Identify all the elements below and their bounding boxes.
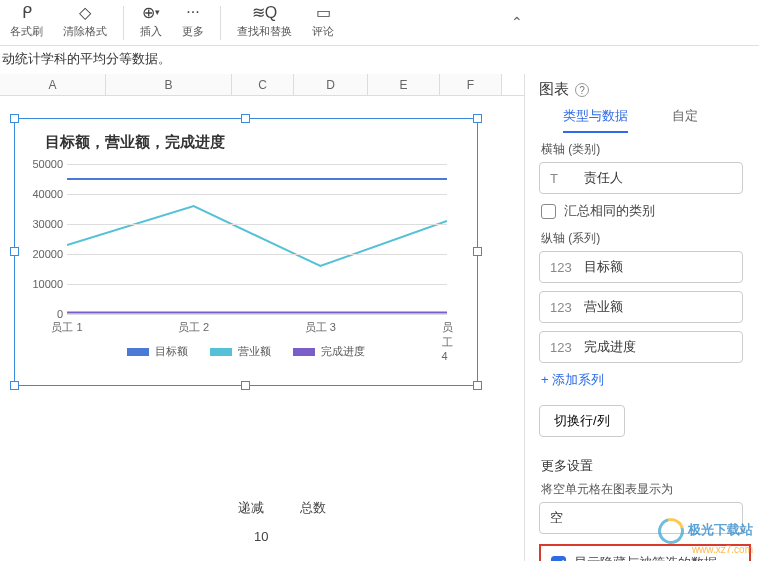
panel-title: 图表 ? <box>539 80 759 107</box>
col-header[interactable]: E <box>368 74 440 95</box>
resize-handle[interactable] <box>473 381 482 390</box>
series-field[interactable]: 123营业额 <box>539 291 743 323</box>
more-button[interactable]: ··· 更多 <box>172 2 214 39</box>
plus-circle-icon: ⊕▾ <box>142 2 160 22</box>
chart-title: 目标额，营业额，完成进度 <box>15 119 477 158</box>
show-hidden-checkbox-row[interactable]: 显示隐藏与被筛选的数据 <box>551 554 739 561</box>
resize-handle[interactable] <box>10 381 19 390</box>
cell-value: 10 <box>254 529 268 544</box>
checkbox-icon[interactable] <box>541 204 556 219</box>
legend-swatch <box>127 348 149 356</box>
panel-tabs: 类型与数据 自定 <box>539 107 759 133</box>
format-brush-button[interactable]: ᑭ 各式刷 <box>0 2 53 39</box>
checkbox-checked-icon[interactable] <box>551 556 566 562</box>
eraser-icon: ◇ <box>79 2 91 22</box>
chart-plot: 01000020000300004000050000员工 1员工 2员工 3员工… <box>67 164 447 314</box>
legend-item[interactable]: 完成进度 <box>293 344 365 359</box>
number-type-icon: 123 <box>550 340 576 355</box>
clear-format-button[interactable]: ◇ 清除格式 <box>53 2 117 39</box>
x-axis-section-label: 横轴 (类别) <box>541 141 759 158</box>
chart-config-panel: 图表 ? 类型与数据 自定 横轴 (类别) T 责任人 汇总相同的类别 纵轴 (… <box>524 74 759 561</box>
help-icon[interactable]: ? <box>575 83 589 97</box>
brush-icon: ᑭ <box>22 2 32 22</box>
col-header[interactable]: A <box>0 74 106 95</box>
resize-handle[interactable] <box>10 114 19 123</box>
resize-handle[interactable] <box>10 247 19 256</box>
tab-type-data[interactable]: 类型与数据 <box>563 107 628 133</box>
number-type-icon: 123 <box>550 260 576 275</box>
chart-legend: 目标额营业额完成进度 <box>15 344 477 359</box>
find-replace-button[interactable]: ≋Q 查找和替换 <box>227 2 302 39</box>
comment-button[interactable]: ▭ 评论 <box>302 2 344 39</box>
legend-swatch <box>210 348 232 356</box>
legend-swatch <box>293 348 315 356</box>
empty-cell-label: 将空单元格在图表显示为 <box>541 481 759 498</box>
description-text: 动统计学科的平均分等数据。 <box>0 46 759 74</box>
top-toolbar: ᑭ 各式刷 ◇ 清除格式 ⊕▾ 插入 ··· 更多 ≋Q 查找和替换 ▭ 评论 … <box>0 0 759 46</box>
table-row: 递减总数 <box>238 499 362 517</box>
highlighted-option: 显示隐藏与被筛选的数据 <box>539 544 751 561</box>
x-axis-field[interactable]: T 责任人 <box>539 162 743 194</box>
spreadsheet-pane: A B C D E F 目标额，营业额，完成进度 0100 <box>0 74 524 561</box>
col-header[interactable]: D <box>294 74 368 95</box>
resize-handle[interactable] <box>241 114 250 123</box>
chart-object[interactable]: 目标额，营业额，完成进度 01000020000300004000050000员… <box>14 118 478 386</box>
grid-area[interactable]: 目标额，营业额，完成进度 01000020000300004000050000员… <box>0 96 524 546</box>
col-header[interactable]: C <box>232 74 294 95</box>
aggregate-checkbox-row[interactable]: 汇总相同的类别 <box>541 202 759 220</box>
legend-item[interactable]: 目标额 <box>127 344 188 359</box>
y-axis-section-label: 纵轴 (系列) <box>541 230 759 247</box>
comment-icon: ▭ <box>316 2 331 22</box>
legend-item[interactable]: 营业额 <box>210 344 271 359</box>
col-header[interactable]: F <box>440 74 502 95</box>
swap-rows-cols-button[interactable]: 切换行/列 <box>539 405 625 437</box>
collapse-toolbar-icon[interactable]: ⌃ <box>511 14 523 30</box>
col-header[interactable]: B <box>106 74 232 95</box>
resize-handle[interactable] <box>473 114 482 123</box>
insert-button[interactable]: ⊕▾ 插入 <box>130 2 172 39</box>
ellipsis-icon: ··· <box>186 2 199 22</box>
resize-handle[interactable] <box>473 247 482 256</box>
tab-customize[interactable]: 自定 <box>672 107 698 133</box>
add-series-button[interactable]: + 添加系列 <box>541 371 759 389</box>
series-field[interactable]: 123完成进度 <box>539 331 743 363</box>
number-type-icon: 123 <box>550 300 576 315</box>
empty-cell-select[interactable]: 空 <box>539 502 743 534</box>
search-list-icon: ≋Q <box>252 2 277 22</box>
column-headers: A B C D E F <box>0 74 524 96</box>
more-settings-label: 更多设置 <box>541 457 759 475</box>
text-type-icon: T <box>550 171 576 186</box>
resize-handle[interactable] <box>241 381 250 390</box>
series-field[interactable]: 123目标额 <box>539 251 743 283</box>
